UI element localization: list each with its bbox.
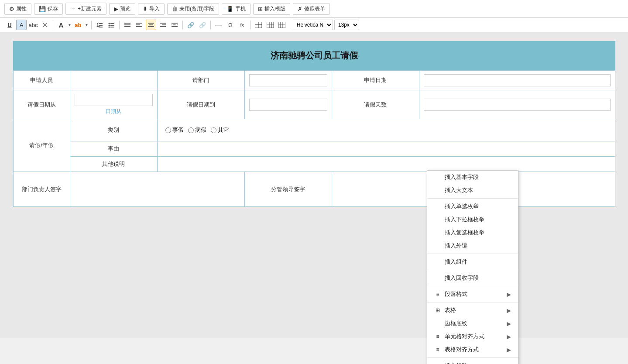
department-input[interactable] bbox=[249, 74, 327, 86]
radio-qita[interactable]: 其它 bbox=[211, 126, 229, 134]
leave-days-label: 请假天数 bbox=[332, 90, 419, 119]
ctx-insert-widget[interactable]: 插入组件 bbox=[427, 255, 518, 268]
ctx-cell-align[interactable]: ≡ 单元格对齐方式 ▶ bbox=[427, 330, 518, 338]
form-title: 济南驰骋公司员工请假 bbox=[13, 41, 615, 70]
ctx-insert-radio[interactable]: 插入单选枚举 bbox=[427, 200, 518, 213]
leave-from-input[interactable] bbox=[75, 94, 153, 106]
font-color-button[interactable]: ab bbox=[73, 20, 83, 30]
department-input-cell bbox=[244, 71, 332, 90]
reason-input-cell bbox=[157, 141, 615, 157]
table-row: 其他说明 bbox=[13, 157, 615, 172]
radio-qita-input[interactable] bbox=[211, 127, 216, 133]
radio-bingjia-input[interactable] bbox=[188, 127, 194, 133]
svg-point-4 bbox=[108, 23, 110, 24]
table-col-after-button[interactable] bbox=[277, 20, 287, 30]
ctx-cell-align-arrow: ▶ bbox=[507, 333, 511, 338]
unordered-list-button[interactable] bbox=[106, 20, 117, 30]
import-button[interactable]: ⬇ 导入 bbox=[138, 3, 165, 15]
ctx-insert-recycled[interactable]: 插入回收字段 bbox=[427, 271, 518, 285]
format-toolbar: U A abc A ▼ ab ▼ 1. bbox=[0, 18, 628, 32]
reason-label: 事由 bbox=[70, 141, 157, 157]
omega-button[interactable]: Ω bbox=[225, 20, 236, 30]
align-justify-icon bbox=[172, 22, 178, 27]
font-size-select[interactable]: 13px bbox=[334, 20, 359, 30]
hr-button[interactable]: — bbox=[213, 20, 224, 30]
separator2 bbox=[91, 21, 92, 29]
separator4 bbox=[182, 21, 183, 29]
new-element-button[interactable]: ＋ +新建元素 bbox=[65, 3, 106, 15]
strikethrough-button[interactable]: abc bbox=[28, 20, 38, 30]
align-right-button[interactable] bbox=[158, 20, 168, 30]
align-right-icon bbox=[160, 22, 166, 27]
unused-fields-button[interactable]: 🗑 未用(备用)字段 bbox=[167, 3, 219, 15]
ctx-insert-select[interactable]: 插入下拉框枚举 bbox=[427, 213, 518, 226]
separator7 bbox=[290, 21, 290, 29]
svg-point-8 bbox=[108, 27, 110, 28]
properties-icon: ⚙ bbox=[9, 6, 14, 12]
date-from-hint: 日期从 bbox=[75, 108, 153, 115]
ctx-insert-basic-field[interactable]: 插入基本字段 bbox=[427, 171, 518, 184]
formula-button[interactable]: fx bbox=[237, 20, 247, 30]
ctx-table-icon: ⊞ bbox=[434, 307, 441, 313]
save-button[interactable]: 💾 保存 bbox=[34, 3, 63, 15]
ctx-insert-checkbox[interactable]: 插入复选框枚举 bbox=[427, 226, 518, 239]
align-full-button[interactable] bbox=[122, 20, 133, 30]
radio-bingjia[interactable]: 病假 bbox=[188, 126, 206, 134]
table-insert-button[interactable] bbox=[253, 20, 264, 30]
ctx-insert-textarea[interactable]: 插入大文本 bbox=[427, 184, 518, 197]
leave-days-input[interactable] bbox=[424, 99, 611, 111]
link-button[interactable]: 🔗 bbox=[185, 20, 196, 30]
other-notes-label: 其他说明 bbox=[70, 157, 157, 172]
division-leader-label: 分管领导签字 bbox=[244, 172, 332, 207]
department-label: 请部门 bbox=[157, 71, 244, 90]
underline-button[interactable]: U bbox=[4, 20, 15, 30]
ordered-list-icon: 1. bbox=[96, 22, 103, 28]
separator3 bbox=[119, 21, 120, 29]
align-justify-button[interactable] bbox=[169, 20, 180, 30]
mobile-button[interactable]: 📱 手机 bbox=[222, 3, 251, 15]
ctx-separator-5 bbox=[427, 302, 518, 302]
unordered-list-icon bbox=[108, 22, 114, 28]
preview-button[interactable]: ▶ 预览 bbox=[109, 3, 135, 15]
ctx-cell-align-icon: ≡ bbox=[434, 333, 441, 338]
unused-fields-icon: 🗑 bbox=[172, 6, 178, 12]
simple-form-icon: ✗ bbox=[298, 6, 302, 12]
apply-date-label: 申请日期 bbox=[332, 71, 419, 90]
align-full-icon bbox=[124, 22, 130, 27]
align-left-button[interactable] bbox=[134, 20, 144, 30]
unlink-button[interactable]: 🔗 bbox=[197, 20, 208, 30]
leave-to-input-cell bbox=[244, 90, 332, 119]
font-name-select[interactable]: Helvetica N bbox=[293, 20, 333, 30]
clear-format-button[interactable] bbox=[40, 20, 50, 30]
ctx-paragraph-icon: ≡ bbox=[434, 291, 441, 297]
insert-template-button[interactable]: ⊞ 插入模版 bbox=[253, 3, 290, 15]
apply-date-input-cell bbox=[419, 71, 615, 90]
properties-button[interactable]: ⚙ 属性 bbox=[4, 3, 31, 15]
table-col-before-button[interactable] bbox=[265, 20, 275, 30]
font-size-large-button[interactable]: A bbox=[56, 20, 66, 30]
applicant-input-cell bbox=[70, 71, 157, 90]
table-row: 申请人员 请部门 申请日期 bbox=[13, 71, 615, 90]
radio-shijia[interactable]: 事假 bbox=[165, 126, 184, 134]
radio-shijia-input[interactable] bbox=[165, 127, 171, 133]
ctx-paragraph-format[interactable]: ≡ 段落格式 ▶ bbox=[427, 288, 518, 301]
ordered-list-button[interactable]: 1. bbox=[94, 20, 105, 30]
ctx-insert-foreign-key[interactable]: 插入外键 bbox=[427, 239, 518, 252]
ctx-border-bg[interactable]: 边框底纹 ▶ bbox=[427, 317, 518, 330]
apply-date-input[interactable] bbox=[424, 74, 611, 86]
clear-format-icon bbox=[42, 22, 48, 28]
table-row: 请假日期从 日期从 请假日期到 请假天数 bbox=[13, 90, 615, 119]
leave-to-input[interactable] bbox=[249, 99, 327, 111]
canvas-area: 济南驰骋公司员工请假 申请人员 请部门 申请日期 bbox=[0, 32, 628, 338]
table-col-after-icon bbox=[278, 22, 285, 28]
form-table: 申请人员 请部门 申请日期 请假日期从 bbox=[13, 70, 615, 207]
applicant-label: 申请人员 bbox=[13, 71, 70, 90]
leave-to-label: 请假日期到 bbox=[157, 90, 244, 119]
dept-head-label: 部门负责人签字 bbox=[13, 172, 70, 207]
ctx-table[interactable]: ⊞ 表格 ▶ bbox=[427, 304, 518, 317]
text-bg-button[interactable]: A bbox=[16, 20, 27, 30]
ctx-paragraph-arrow: ▶ bbox=[507, 291, 511, 298]
insert-template-icon: ⊞ bbox=[258, 6, 263, 12]
simple-form-button[interactable]: ✗ 傻瓜表单 bbox=[293, 3, 330, 15]
align-center-button[interactable] bbox=[146, 20, 156, 30]
